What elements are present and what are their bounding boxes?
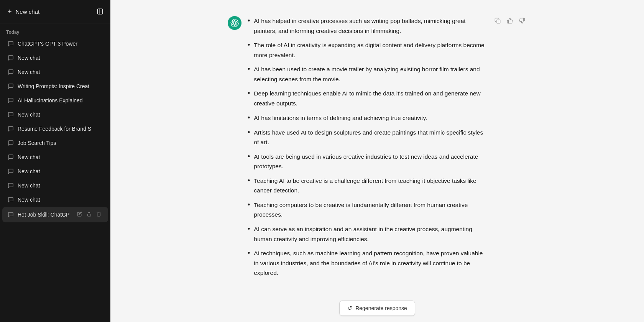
message-row: AI has helped in creative processes such… (205, 9, 550, 289)
chat-item-label: AI Hallucinations Explained (18, 97, 103, 104)
sidebar-item-new-chat-6[interactable]: New chat (2, 179, 108, 192)
sidebar-item-writing-prompts[interactable]: Writing Prompts: Inspire Creat (2, 79, 108, 93)
chat-icon (8, 83, 14, 89)
chat-area: AI has helped in creative processes such… (110, 0, 644, 296)
bullet-item: AI has helped in creative processes such… (248, 16, 487, 36)
chat-item-label: New chat (18, 112, 103, 118)
regenerate-label: Regenerate response (355, 305, 407, 311)
bullet-text: Teaching computers to be creative is fun… (254, 200, 487, 220)
chat-item-label: ChatGPT's GPT-3 Power (18, 41, 103, 47)
chat-icon (8, 212, 14, 218)
share-chat-button[interactable] (85, 211, 93, 219)
sidebar-item-new-chat-7[interactable]: New chat (2, 193, 108, 207)
bullet-item: Teaching AI to be creative is a challeng… (248, 176, 487, 196)
bullet-text: AI has helped in creative processes such… (254, 16, 487, 36)
chat-item-label: Resume Feedback for Brand S (18, 126, 103, 132)
copy-button[interactable] (493, 16, 502, 25)
bullet-item: AI has limitations in terms of defining … (248, 113, 487, 123)
chat-item-label: New chat (18, 182, 103, 189)
sidebar-header: + New chat (0, 0, 110, 23)
chat-icon (8, 55, 14, 61)
sidebar: + New chat Today ChatGPT's GPT-3 PowerNe… (0, 0, 110, 322)
chat-icon (8, 41, 14, 47)
delete-chat-button[interactable] (95, 211, 103, 219)
chat-icon (8, 154, 14, 160)
regenerate-icon: ↺ (347, 305, 352, 312)
thumbs-up-button[interactable] (505, 16, 514, 25)
sidebar-item-new-chat-4[interactable]: New chat (2, 150, 108, 164)
bullet-list: AI has helped in creative processes such… (248, 16, 487, 278)
sidebar-item-new-chat-5[interactable]: New chat (2, 164, 108, 178)
sidebar-item-new-chat-2[interactable]: New chat (2, 65, 108, 79)
bottom-bar: ↺ Regenerate response (110, 296, 644, 322)
sidebar-content: Today ChatGPT's GPT-3 PowerNew chatNew c… (0, 23, 110, 322)
sidebar-item-job-search[interactable]: Job Search Tips (2, 136, 108, 150)
sidebar-item-new-chat-3[interactable]: New chat (2, 108, 108, 122)
chat-item-actions (76, 211, 103, 219)
bullet-text: AI has limitations in terms of defining … (254, 113, 427, 123)
bullet-item: Deep learning techniques enable AI to mi… (248, 89, 487, 108)
chat-item-label: Job Search Tips (18, 140, 103, 146)
bullet-text: AI can serve as an inspiration and an as… (254, 224, 487, 244)
message-content: AI has helped in creative processes such… (248, 15, 487, 283)
chat-icon (8, 112, 14, 118)
chat-item-label: Hot Job Skill: ChatGP (18, 212, 72, 218)
bullet-text: Artists have used AI to design sculpture… (254, 128, 487, 147)
chat-icon (8, 182, 14, 189)
bullet-item: Teaching computers to be creative is fun… (248, 200, 487, 220)
chat-icon (8, 197, 14, 203)
sidebar-toggle-icon (97, 8, 104, 15)
chat-item-label: New chat (18, 154, 103, 160)
message-actions (493, 16, 527, 25)
bullet-item: Artists have used AI to design sculpture… (248, 128, 487, 147)
section-today-label: Today (0, 26, 110, 36)
bullet-text: Teaching AI to be creative is a challeng… (254, 176, 487, 196)
plus-icon: + (8, 8, 12, 16)
regenerate-button[interactable]: ↺ Regenerate response (339, 301, 415, 316)
thumbs-down-button[interactable] (518, 16, 527, 25)
bullet-item: AI tools are being used in various creat… (248, 152, 487, 171)
sidebar-item-gpt3-power[interactable]: ChatGPT's GPT-3 Power (2, 37, 108, 51)
bullet-text: AI has been used to create a movie trail… (254, 64, 487, 84)
sidebar-item-resume-feedback[interactable]: Resume Feedback for Brand S (2, 122, 108, 136)
new-chat-label: New chat (16, 8, 40, 15)
chat-icon (8, 126, 14, 132)
main-content: AI has helped in creative processes such… (110, 0, 644, 322)
sidebar-item-ai-hallucinations[interactable]: AI Hallucinations Explained (2, 94, 108, 107)
bullet-text: Deep learning techniques enable AI to mi… (254, 89, 487, 108)
bullet-text: AI tools are being used in various creat… (254, 152, 487, 171)
bullet-text: The role of AI in creativity is expandin… (254, 40, 487, 60)
edit-chat-button[interactable] (76, 211, 84, 219)
chat-item-label: New chat (18, 197, 103, 203)
sidebar-item-hot-job-skill[interactable]: Hot Job Skill: ChatGP (2, 207, 108, 222)
bullet-text: AI techniques, such as machine learning … (254, 248, 487, 278)
svg-rect-3 (497, 20, 500, 23)
chat-icon (8, 140, 14, 146)
avatar (228, 16, 242, 30)
bullet-item: AI can serve as an inspiration and an as… (248, 224, 487, 244)
chat-icon (8, 168, 14, 174)
chat-item-label: New chat (18, 69, 103, 75)
sidebar-toggle-button[interactable] (94, 5, 107, 18)
new-chat-button[interactable]: + New chat (4, 5, 94, 19)
bullet-item: The role of AI in creativity is expandin… (248, 40, 487, 60)
sidebar-item-new-chat-1[interactable]: New chat (2, 51, 108, 65)
chat-icon (8, 97, 14, 104)
chat-item-label: New chat (18, 55, 103, 61)
chat-list: ChatGPT's GPT-3 PowerNew chatNew chatWri… (0, 37, 110, 222)
svg-rect-0 (97, 9, 103, 14)
chat-icon (8, 69, 14, 75)
bullet-item: AI techniques, such as machine learning … (248, 248, 487, 278)
chat-item-label: Writing Prompts: Inspire Creat (18, 83, 103, 89)
bullet-item: AI has been used to create a movie trail… (248, 64, 487, 84)
chat-item-label: New chat (18, 168, 103, 174)
